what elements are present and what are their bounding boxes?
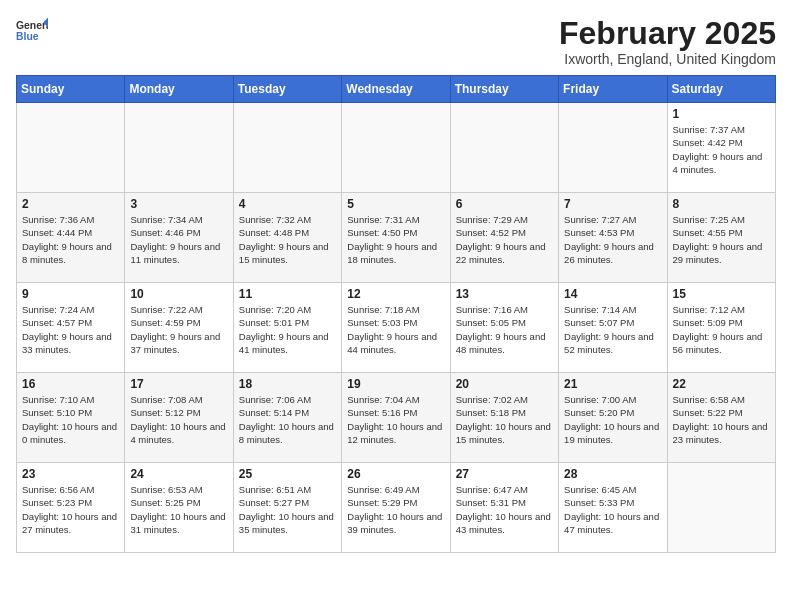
calendar-cell: 23Sunrise: 6:56 AM Sunset: 5:23 PM Dayli… — [17, 463, 125, 553]
title-block: February 2025 Ixworth, England, United K… — [559, 16, 776, 67]
calendar-cell: 25Sunrise: 6:51 AM Sunset: 5:27 PM Dayli… — [233, 463, 341, 553]
day-info: Sunrise: 7:20 AM Sunset: 5:01 PM Dayligh… — [239, 303, 336, 356]
calendar-cell — [667, 463, 775, 553]
column-header-saturday: Saturday — [667, 76, 775, 103]
location: Ixworth, England, United Kingdom — [559, 51, 776, 67]
day-info: Sunrise: 7:31 AM Sunset: 4:50 PM Dayligh… — [347, 213, 444, 266]
calendar-cell: 9Sunrise: 7:24 AM Sunset: 4:57 PM Daylig… — [17, 283, 125, 373]
day-info: Sunrise: 6:53 AM Sunset: 5:25 PM Dayligh… — [130, 483, 227, 536]
day-info: Sunrise: 7:36 AM Sunset: 4:44 PM Dayligh… — [22, 213, 119, 266]
day-info: Sunrise: 7:12 AM Sunset: 5:09 PM Dayligh… — [673, 303, 770, 356]
calendar-cell — [17, 103, 125, 193]
calendar-cell: 22Sunrise: 6:58 AM Sunset: 5:22 PM Dayli… — [667, 373, 775, 463]
calendar-cell: 6Sunrise: 7:29 AM Sunset: 4:52 PM Daylig… — [450, 193, 558, 283]
day-number: 19 — [347, 377, 444, 391]
day-number: 13 — [456, 287, 553, 301]
day-number: 8 — [673, 197, 770, 211]
calendar-cell: 7Sunrise: 7:27 AM Sunset: 4:53 PM Daylig… — [559, 193, 667, 283]
calendar-cell: 21Sunrise: 7:00 AM Sunset: 5:20 PM Dayli… — [559, 373, 667, 463]
day-number: 28 — [564, 467, 661, 481]
calendar-cell — [342, 103, 450, 193]
day-info: Sunrise: 6:49 AM Sunset: 5:29 PM Dayligh… — [347, 483, 444, 536]
day-number: 26 — [347, 467, 444, 481]
day-number: 15 — [673, 287, 770, 301]
day-number: 6 — [456, 197, 553, 211]
column-header-thursday: Thursday — [450, 76, 558, 103]
header: General Blue February 2025 Ixworth, Engl… — [16, 16, 776, 67]
day-info: Sunrise: 7:10 AM Sunset: 5:10 PM Dayligh… — [22, 393, 119, 446]
day-number: 11 — [239, 287, 336, 301]
day-info: Sunrise: 7:14 AM Sunset: 5:07 PM Dayligh… — [564, 303, 661, 356]
day-number: 17 — [130, 377, 227, 391]
logo: General Blue — [16, 16, 52, 44]
calendar-cell: 4Sunrise: 7:32 AM Sunset: 4:48 PM Daylig… — [233, 193, 341, 283]
calendar-cell — [559, 103, 667, 193]
day-number: 7 — [564, 197, 661, 211]
calendar-cell: 26Sunrise: 6:49 AM Sunset: 5:29 PM Dayli… — [342, 463, 450, 553]
day-info: Sunrise: 7:27 AM Sunset: 4:53 PM Dayligh… — [564, 213, 661, 266]
day-number: 5 — [347, 197, 444, 211]
day-number: 9 — [22, 287, 119, 301]
day-info: Sunrise: 7:24 AM Sunset: 4:57 PM Dayligh… — [22, 303, 119, 356]
calendar-week-1: 1Sunrise: 7:37 AM Sunset: 4:42 PM Daylig… — [17, 103, 776, 193]
calendar-week-4: 16Sunrise: 7:10 AM Sunset: 5:10 PM Dayli… — [17, 373, 776, 463]
calendar-cell: 14Sunrise: 7:14 AM Sunset: 5:07 PM Dayli… — [559, 283, 667, 373]
day-info: Sunrise: 6:45 AM Sunset: 5:33 PM Dayligh… — [564, 483, 661, 536]
calendar-cell — [450, 103, 558, 193]
day-number: 20 — [456, 377, 553, 391]
day-number: 2 — [22, 197, 119, 211]
calendar-cell: 10Sunrise: 7:22 AM Sunset: 4:59 PM Dayli… — [125, 283, 233, 373]
day-info: Sunrise: 7:37 AM Sunset: 4:42 PM Dayligh… — [673, 123, 770, 176]
day-info: Sunrise: 6:51 AM Sunset: 5:27 PM Dayligh… — [239, 483, 336, 536]
day-info: Sunrise: 7:25 AM Sunset: 4:55 PM Dayligh… — [673, 213, 770, 266]
day-number: 3 — [130, 197, 227, 211]
month-title: February 2025 — [559, 16, 776, 51]
day-number: 21 — [564, 377, 661, 391]
day-info: Sunrise: 7:32 AM Sunset: 4:48 PM Dayligh… — [239, 213, 336, 266]
calendar-cell: 11Sunrise: 7:20 AM Sunset: 5:01 PM Dayli… — [233, 283, 341, 373]
calendar-table: SundayMondayTuesdayWednesdayThursdayFrid… — [16, 75, 776, 553]
calendar-week-3: 9Sunrise: 7:24 AM Sunset: 4:57 PM Daylig… — [17, 283, 776, 373]
svg-text:General: General — [16, 20, 48, 31]
column-header-wednesday: Wednesday — [342, 76, 450, 103]
day-number: 1 — [673, 107, 770, 121]
day-info: Sunrise: 6:47 AM Sunset: 5:31 PM Dayligh… — [456, 483, 553, 536]
day-info: Sunrise: 7:04 AM Sunset: 5:16 PM Dayligh… — [347, 393, 444, 446]
calendar-cell: 20Sunrise: 7:02 AM Sunset: 5:18 PM Dayli… — [450, 373, 558, 463]
day-info: Sunrise: 7:02 AM Sunset: 5:18 PM Dayligh… — [456, 393, 553, 446]
day-number: 23 — [22, 467, 119, 481]
calendar-cell: 17Sunrise: 7:08 AM Sunset: 5:12 PM Dayli… — [125, 373, 233, 463]
calendar-cell: 19Sunrise: 7:04 AM Sunset: 5:16 PM Dayli… — [342, 373, 450, 463]
calendar-cell: 27Sunrise: 6:47 AM Sunset: 5:31 PM Dayli… — [450, 463, 558, 553]
day-info: Sunrise: 7:29 AM Sunset: 4:52 PM Dayligh… — [456, 213, 553, 266]
day-info: Sunrise: 6:56 AM Sunset: 5:23 PM Dayligh… — [22, 483, 119, 536]
calendar-cell: 15Sunrise: 7:12 AM Sunset: 5:09 PM Dayli… — [667, 283, 775, 373]
calendar-cell: 28Sunrise: 6:45 AM Sunset: 5:33 PM Dayli… — [559, 463, 667, 553]
calendar-week-5: 23Sunrise: 6:56 AM Sunset: 5:23 PM Dayli… — [17, 463, 776, 553]
day-number: 10 — [130, 287, 227, 301]
day-info: Sunrise: 6:58 AM Sunset: 5:22 PM Dayligh… — [673, 393, 770, 446]
day-info: Sunrise: 7:16 AM Sunset: 5:05 PM Dayligh… — [456, 303, 553, 356]
calendar-body: 1Sunrise: 7:37 AM Sunset: 4:42 PM Daylig… — [17, 103, 776, 553]
day-number: 16 — [22, 377, 119, 391]
day-info: Sunrise: 7:34 AM Sunset: 4:46 PM Dayligh… — [130, 213, 227, 266]
calendar-cell: 5Sunrise: 7:31 AM Sunset: 4:50 PM Daylig… — [342, 193, 450, 283]
day-info: Sunrise: 7:22 AM Sunset: 4:59 PM Dayligh… — [130, 303, 227, 356]
day-info: Sunrise: 7:06 AM Sunset: 5:14 PM Dayligh… — [239, 393, 336, 446]
calendar-cell: 1Sunrise: 7:37 AM Sunset: 4:42 PM Daylig… — [667, 103, 775, 193]
day-info: Sunrise: 7:08 AM Sunset: 5:12 PM Dayligh… — [130, 393, 227, 446]
calendar-header-row: SundayMondayTuesdayWednesdayThursdayFrid… — [17, 76, 776, 103]
day-number: 4 — [239, 197, 336, 211]
calendar-cell: 2Sunrise: 7:36 AM Sunset: 4:44 PM Daylig… — [17, 193, 125, 283]
day-number: 24 — [130, 467, 227, 481]
column-header-tuesday: Tuesday — [233, 76, 341, 103]
calendar-cell — [233, 103, 341, 193]
calendar-cell: 3Sunrise: 7:34 AM Sunset: 4:46 PM Daylig… — [125, 193, 233, 283]
day-number: 12 — [347, 287, 444, 301]
day-number: 25 — [239, 467, 336, 481]
day-info: Sunrise: 7:18 AM Sunset: 5:03 PM Dayligh… — [347, 303, 444, 356]
calendar-week-2: 2Sunrise: 7:36 AM Sunset: 4:44 PM Daylig… — [17, 193, 776, 283]
day-number: 22 — [673, 377, 770, 391]
calendar-cell — [125, 103, 233, 193]
day-info: Sunrise: 7:00 AM Sunset: 5:20 PM Dayligh… — [564, 393, 661, 446]
